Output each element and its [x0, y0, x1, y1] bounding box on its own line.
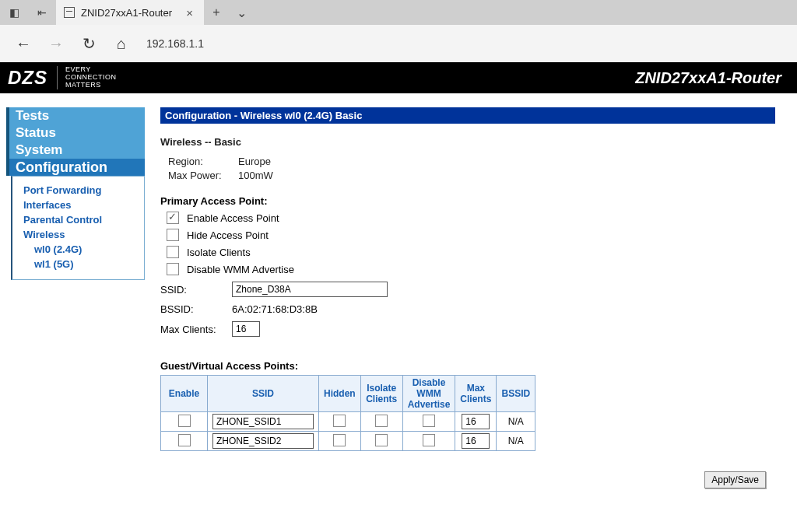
guest-row: N/A [161, 432, 535, 451]
guest0-bssid: N/A [497, 412, 535, 432]
guest1-bssid: N/A [497, 432, 535, 451]
sidebar-link-interfaces[interactable]: Interfaces [23, 198, 136, 212]
page-title: Configuration - Wireless wl0 (2.4G) Basi… [160, 107, 775, 124]
disable-wmm-checkbox[interactable] [167, 263, 179, 275]
forward-button[interactable]: → [42, 25, 70, 62]
guest1-ssid-input[interactable] [212, 433, 314, 449]
brand-tagline: EVERY CONNECTION MATTERS [57, 66, 117, 89]
refresh-button[interactable]: ↻ [75, 25, 103, 62]
isolate-clients-label: Isolate Clients [187, 247, 251, 258]
col-enable: Enable [161, 376, 208, 412]
sidebar-link-parental-control[interactable]: Parental Control [23, 212, 136, 227]
region-label: Region: [168, 156, 230, 167]
tab-overflow-button[interactable]: ⌄ [229, 0, 254, 25]
bssid-value: 6A:02:71:68:D3:8B [232, 303, 318, 315]
maxpower-label: Max Power: [168, 170, 230, 181]
tab-title: ZNID27xxA1-Router [81, 7, 177, 19]
new-tab-button[interactable]: + [204, 0, 229, 25]
guest0-hidden-checkbox[interactable] [333, 415, 346, 427]
section-heading: Wireless -- Basic [160, 136, 775, 148]
apply-save-button[interactable]: Apply/Save [704, 471, 766, 488]
col-ssid: SSID [208, 376, 319, 412]
browser-chrome: ◧ ⇤ ZNID27xxA1-Router × + ⌄ ← → ↻ ⌂ [0, 0, 797, 62]
col-wmm: Disable WMM Advertise [402, 376, 455, 412]
sidebar-link-wl1[interactable]: wl1 (5G) [34, 257, 136, 271]
max-clients-input[interactable] [232, 321, 260, 337]
col-max: Max Clients [455, 376, 497, 412]
guest-row: N/A [161, 412, 535, 432]
sidebar-item-status[interactable]: Status [9, 124, 145, 142]
sidebar-item-configuration[interactable]: Configuration [9, 159, 145, 176]
hide-ap-checkbox[interactable] [167, 229, 179, 241]
browser-tab[interactable]: ZNID27xxA1-Router × [56, 0, 204, 25]
guest1-hidden-checkbox[interactable] [333, 434, 346, 446]
sidebar-submenu: Port Forwarding Interfaces Parental Cont… [11, 176, 145, 280]
main-content: Configuration - Wireless wl0 (2.4G) Basi… [160, 107, 791, 488]
col-isolate: Isolate Clients [360, 376, 402, 412]
brand-logo: DZS [8, 67, 47, 89]
device-name: ZNID27xxA1-Router [635, 69, 789, 87]
tab-bar: ◧ ⇤ ZNID27xxA1-Router × + ⌄ [0, 0, 797, 25]
sidebar-item-system[interactable]: System [9, 142, 145, 159]
guest1-isolate-checkbox[interactable] [375, 434, 388, 446]
brand-bar: DZS EVERY CONNECTION MATTERS ZNID27xxA1-… [0, 62, 797, 93]
disable-wmm-label: Disable WMM Advertise [187, 264, 294, 275]
region-value: Europe [238, 156, 271, 167]
reading-list-icon[interactable]: ⇤ [28, 0, 56, 25]
bssid-label: BSSID: [160, 303, 223, 315]
guest1-wmm-checkbox[interactable] [423, 434, 435, 446]
maxpower-value: 100mW [238, 170, 273, 181]
hide-ap-label: Hide Access Point [187, 229, 269, 241]
guest0-ssid-input[interactable] [212, 414, 314, 429]
max-clients-label: Max Clients: [160, 324, 223, 335]
col-bssid: BSSID [497, 376, 535, 412]
close-tab-button[interactable]: × [183, 6, 196, 19]
col-hidden: Hidden [319, 376, 361, 412]
guest1-enable-checkbox[interactable] [178, 434, 191, 446]
sidebar-item-tests[interactable]: Tests [9, 107, 145, 124]
guest0-max-input[interactable] [462, 414, 490, 429]
nav-bar: ← → ↻ ⌂ [0, 25, 797, 62]
sidebar-link-port-forwarding[interactable]: Port Forwarding [23, 183, 136, 198]
enable-ap-label: Enable Access Point [187, 212, 279, 224]
guest-ap-table: Enable SSID Hidden Isolate Clients Disab… [160, 375, 535, 451]
window-layout-icon[interactable]: ◧ [0, 0, 28, 25]
guest0-wmm-checkbox[interactable] [423, 415, 435, 427]
guest0-enable-checkbox[interactable] [178, 415, 191, 427]
guest0-isolate-checkbox[interactable] [375, 415, 388, 427]
sidebar-link-wireless[interactable]: Wireless [23, 227, 136, 242]
back-button[interactable]: ← [9, 25, 37, 62]
sidebar: Tests Status System Configuration Port F… [6, 107, 145, 280]
guest-ap-heading: Guest/Virtual Access Points: [160, 360, 775, 372]
isolate-clients-checkbox[interactable] [167, 246, 179, 258]
sidebar-link-wl0[interactable]: wl0 (2.4G) [34, 242, 136, 257]
primary-ap-heading: Primary Access Point: [160, 195, 775, 207]
home-button[interactable]: ⌂ [107, 25, 135, 62]
ssid-label: SSID: [160, 284, 223, 296]
guest1-max-input[interactable] [462, 433, 490, 449]
enable-ap-checkbox[interactable] [167, 212, 179, 224]
address-bar[interactable] [140, 33, 788, 54]
page-icon [64, 7, 75, 18]
ssid-input[interactable] [232, 282, 388, 297]
